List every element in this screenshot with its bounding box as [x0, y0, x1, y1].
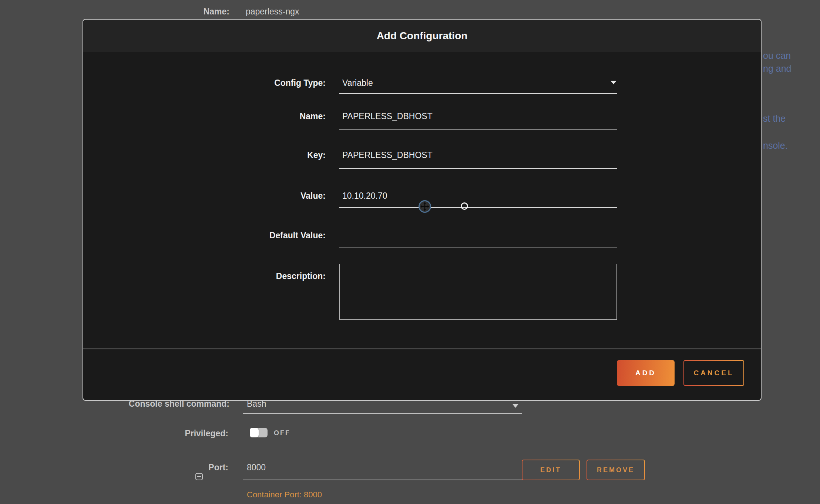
key-underline: [339, 168, 617, 169]
container-name-label: Name:: [148, 7, 229, 17]
value-label: Value:: [83, 191, 326, 201]
config-type-label: Config Type:: [83, 78, 326, 88]
modal-header: Add Configuration: [83, 20, 761, 52]
remove-button[interactable]: REMOVE: [587, 460, 645, 480]
port-input[interactable]: 8000: [247, 463, 266, 473]
name-input[interactable]: PAPERLESS_DBHOST: [342, 111, 433, 121]
clipped-help-text: st the: [763, 112, 786, 125]
default-value-label: Default Value:: [83, 231, 326, 241]
port-label: Port:: [192, 463, 228, 473]
toggle-knob: [250, 428, 259, 437]
chevron-down-icon: [611, 81, 616, 84]
clipped-help-text: ng and: [763, 62, 791, 75]
chevron-down-icon: [512, 404, 518, 408]
privileged-toggle[interactable]: [250, 428, 268, 437]
key-input[interactable]: PAPERLESS_DBHOST: [342, 150, 433, 160]
port-field-underline: [243, 480, 524, 480]
collapse-minus-icon[interactable]: [195, 473, 203, 480]
description-label: Description:: [83, 271, 326, 282]
container-port-text: Container Port: 8000: [247, 490, 322, 500]
privileged-label: Privileged:: [111, 429, 228, 439]
clipped-help-text: nsole.: [763, 139, 788, 152]
cursor-target-dot: [461, 202, 468, 210]
default-value-underline: [339, 248, 617, 248]
add-button[interactable]: ADD: [617, 360, 675, 386]
cancel-button[interactable]: CANCEL: [683, 360, 744, 386]
config-type-underline: [339, 93, 617, 94]
value-underline: [339, 207, 617, 208]
clipped-help-text: ou can: [763, 49, 791, 62]
name-underline: [339, 129, 617, 130]
container-name-value[interactable]: paperless-ngx: [246, 7, 299, 17]
config-type-select[interactable]: Variable: [342, 78, 373, 88]
name-label: Name:: [83, 111, 326, 122]
edit-button[interactable]: EDIT: [522, 460, 580, 480]
value-input[interactable]: 10.10.20.70: [342, 191, 387, 201]
move-cursor-icon: [419, 200, 431, 213]
move-arrows-glyph: [420, 202, 429, 211]
console-field-underline: [243, 413, 522, 414]
modal-footer-separator: [83, 349, 761, 349]
key-label: Key:: [83, 150, 326, 161]
modal-title: Add Configuration: [377, 30, 468, 42]
description-textarea[interactable]: [339, 264, 617, 320]
privileged-state-text: OFF: [274, 429, 290, 437]
